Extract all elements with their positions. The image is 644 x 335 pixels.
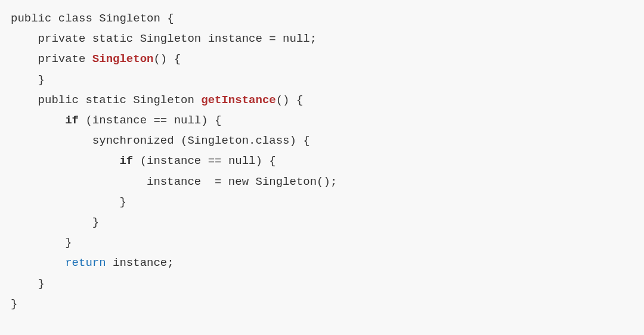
indent [11, 94, 38, 107]
code-line-5b: () { [276, 94, 304, 107]
keyword-if: if [119, 154, 133, 168]
keyword-if: if [65, 114, 79, 127]
indent [11, 32, 38, 45]
code-line-10: } [119, 196, 126, 209]
code-line-8: (instance == null) { [133, 154, 275, 168]
code-line-3a: private [38, 52, 92, 66]
indent [11, 216, 92, 229]
code-line-15: } [11, 297, 17, 311]
code-line-5a: public static Singleton [38, 94, 202, 107]
code-line-7: synchronized (Singleton.class) { [92, 134, 310, 147]
indent [11, 154, 119, 168]
indent [11, 52, 38, 66]
code-line-11: } [92, 216, 99, 229]
code-line-1: public class Singleton { [11, 12, 174, 25]
code-line-14: } [38, 277, 45, 290]
code-block: public class Singleton { private static … [0, 0, 644, 322]
code-line-4: } [38, 73, 45, 86]
code-line-2: private static Singleton instance = null… [38, 32, 317, 45]
code-line-3b: () { [153, 52, 181, 66]
indent [11, 114, 65, 127]
constructor-name: Singleton [92, 52, 154, 66]
indent [11, 236, 65, 249]
keyword-return: return [65, 256, 106, 269]
code-line-6: (instance == null) { [79, 114, 221, 127]
indent [11, 256, 65, 269]
code-line-9: instance = new Singleton(); [147, 175, 337, 188]
indent [11, 73, 38, 86]
code-line-12: } [65, 236, 72, 249]
method-name: getInstance [201, 94, 275, 107]
indent [11, 196, 119, 209]
indent [11, 175, 147, 188]
indent [11, 134, 92, 147]
indent [11, 277, 38, 290]
code-line-13: instance; [106, 256, 174, 269]
